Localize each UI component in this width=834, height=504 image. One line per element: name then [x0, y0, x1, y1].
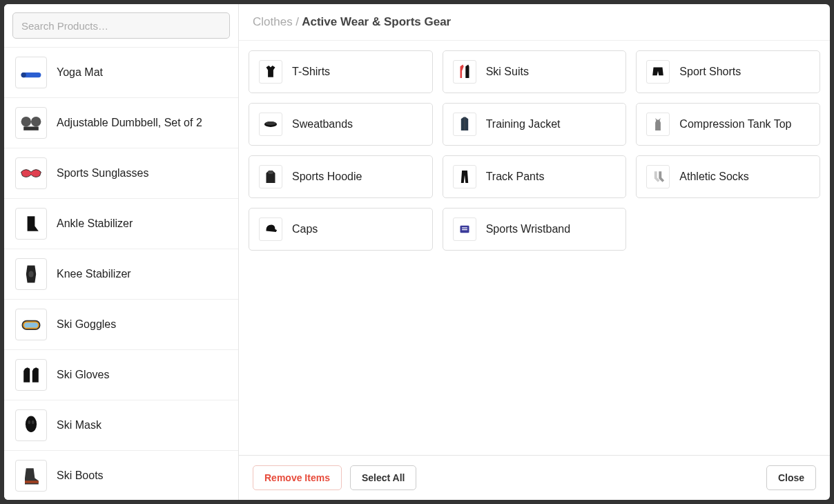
sidebar-item[interactable]: Ski Goggles	[4, 300, 238, 350]
main-panel: Clothes / Active Wear & Sports Gear T-Sh…	[239, 4, 830, 500]
svg-point-2	[21, 117, 31, 126]
sweatband-icon	[259, 113, 282, 136]
svg-point-10	[32, 420, 35, 424]
sidebar-item[interactable]: Ski Boots	[4, 451, 238, 500]
sidebar-item[interactable]: Yoga Mat	[4, 48, 238, 98]
socks-icon	[646, 165, 670, 188]
hoodie-icon	[259, 165, 282, 188]
svg-point-3	[31, 117, 41, 126]
sidebar-item[interactable]: Ski Gloves	[4, 350, 238, 400]
knee-brace-icon	[15, 258, 47, 290]
product-card-label: Sports Wristband	[486, 223, 570, 235]
product-card-label: T-Shirts	[292, 66, 330, 78]
modal-footer: Remove Items Select All Close	[239, 455, 830, 500]
sidebar-item-label: Ankle Stabilizer	[57, 217, 133, 230]
sidebar-item-label: Ski Mask	[57, 419, 101, 432]
tshirt-icon	[259, 60, 282, 84]
product-card[interactable]: Athletic Socks	[636, 155, 820, 198]
product-card[interactable]: Sport Shorts	[636, 50, 820, 93]
sidebar-item-label: Yoga Mat	[57, 66, 103, 79]
ankle-brace-icon	[15, 208, 47, 240]
product-card-label: Athletic Socks	[679, 171, 748, 183]
product-selector-modal: Yoga MatAdjustable Dumbbell, Set of 2Spo…	[4, 4, 830, 500]
svg-rect-17	[462, 227, 467, 228]
product-card[interactable]: Caps	[249, 208, 433, 251]
sidebar-item-label: Knee Stabilizer	[57, 268, 131, 280]
product-card[interactable]: Training Jacket	[443, 103, 627, 146]
sidebar: Yoga MatAdjustable Dumbbell, Set of 2Spo…	[4, 4, 239, 500]
dumbbell-icon	[15, 107, 47, 139]
search-wrap	[4, 4, 238, 48]
product-card[interactable]: Sports Hoodie	[249, 155, 433, 198]
ski-suit-icon	[453, 60, 476, 84]
wristband-icon	[453, 217, 476, 241]
svg-rect-18	[462, 229, 467, 230]
svg-rect-4	[23, 126, 39, 130]
close-button[interactable]: Close	[766, 465, 816, 490]
jacket-icon	[453, 113, 476, 136]
svg-point-8	[26, 416, 37, 432]
product-card-label: Compression Tank Top	[679, 118, 791, 130]
svg-point-13	[265, 122, 276, 125]
sidebar-item-label: Ski Gloves	[57, 369, 109, 381]
product-card[interactable]: T-Shirts	[249, 50, 433, 93]
svg-point-9	[28, 420, 31, 424]
breadcrumb-prefix: Clothes /	[253, 15, 299, 28]
product-card-label: Training Jacket	[486, 118, 561, 130]
search-input[interactable]	[12, 12, 230, 39]
product-card[interactable]: Sports Wristband	[443, 208, 627, 251]
goggles-icon	[15, 309, 47, 340]
sidebar-item[interactable]: Ski Mask	[4, 400, 238, 451]
yoga-mat-icon	[15, 57, 47, 88]
remove-items-button[interactable]: Remove Items	[253, 465, 342, 490]
product-card[interactable]: Track Pants	[443, 155, 627, 198]
product-card[interactable]: Compression Tank Top	[636, 103, 820, 146]
product-card-label: Sport Shorts	[679, 66, 741, 78]
sunglasses-icon	[15, 157, 47, 189]
product-card-label: Sweatbands	[292, 118, 353, 130]
product-card[interactable]: Sweatbands	[249, 103, 433, 146]
sidebar-item[interactable]: Ankle Stabilizer	[4, 199, 238, 249]
product-card-label: Caps	[292, 223, 318, 235]
gloves-icon	[15, 359, 47, 391]
sidebar-item[interactable]: Knee Stabilizer	[4, 249, 238, 300]
breadcrumb: Clothes / Active Wear & Sports Gear	[239, 4, 830, 41]
product-card-label: Track Pants	[486, 171, 545, 183]
svg-point-1	[21, 72, 26, 77]
svg-rect-7	[24, 322, 38, 327]
select-all-button[interactable]: Select All	[350, 465, 417, 490]
sidebar-item-label: Ski Boots	[57, 469, 104, 482]
sidebar-item-label: Adjustable Dumbbell, Set of 2	[57, 117, 202, 129]
svg-rect-11	[25, 481, 39, 483]
breadcrumb-current: Active Wear & Sports Gear	[302, 15, 451, 28]
sidebar-item[interactable]: Adjustable Dumbbell, Set of 2	[4, 98, 238, 148]
tank-icon	[646, 113, 670, 136]
sidebar-list: Yoga MatAdjustable Dumbbell, Set of 2Spo…	[4, 48, 238, 500]
product-grid: T-ShirtsSki SuitsSport ShortsSweatbandsT…	[239, 41, 830, 455]
sidebar-item-label: Sports Sunglasses	[57, 167, 148, 180]
sidebar-item[interactable]: Sports Sunglasses	[4, 148, 238, 199]
pants-icon	[453, 165, 476, 188]
sidebar-item-label: Ski Goggles	[57, 318, 116, 331]
mask-icon	[15, 409, 47, 441]
svg-point-15	[268, 171, 273, 174]
shorts-icon	[646, 60, 670, 84]
product-card[interactable]: Ski Suits	[443, 50, 627, 93]
product-card-label: Sports Hoodie	[292, 171, 362, 183]
boots-icon	[15, 460, 47, 492]
svg-point-5	[28, 271, 33, 278]
product-card-label: Ski Suits	[486, 66, 529, 78]
cap-icon	[259, 217, 282, 241]
